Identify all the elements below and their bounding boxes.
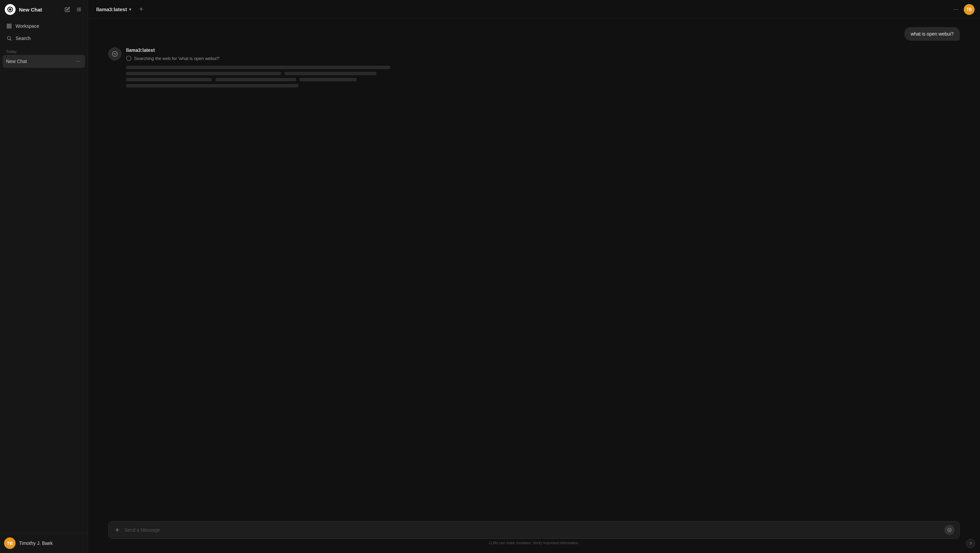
assistant-avatar — [108, 48, 121, 60]
topbar: llama3:latest ▾ + ··· TB — [88, 0, 980, 19]
skeleton-line-6 — [299, 78, 357, 81]
input-bar — [108, 521, 960, 539]
user-avatar: TB — [4, 537, 16, 549]
skeleton-row-1 — [126, 72, 413, 75]
sidebar-title: New Chat — [19, 7, 60, 13]
skeleton-line-7 — [126, 84, 298, 88]
user-name: Timothy J. Baek — [19, 540, 53, 546]
model-selector-button[interactable]: llama3:latest ▾ — [94, 5, 134, 14]
topbar-right: ··· TB — [951, 4, 975, 15]
searching-status: Searching the web for 'what is open webu… — [126, 56, 413, 61]
sidebar-item-workspace[interactable]: Workspace — [3, 20, 85, 32]
today-section-label: Today — [0, 46, 88, 55]
send-button[interactable] — [945, 525, 955, 535]
svg-line-10 — [10, 39, 11, 41]
model-name: llama3:latest — [96, 6, 127, 12]
svg-rect-5 — [7, 24, 9, 26]
add-tab-button[interactable]: + — [137, 5, 146, 14]
more-options-button[interactable]: ··· — [951, 5, 960, 14]
workspace-label: Workspace — [16, 23, 39, 29]
skeleton-line-1 — [126, 66, 390, 69]
skeleton-line-4 — [126, 78, 212, 81]
skeleton-line-3 — [285, 72, 376, 75]
topbar-user-avatar[interactable]: TB — [964, 4, 975, 15]
disclaimer: LLMs can make mistakes. Verify important… — [108, 541, 960, 545]
assistant-body: llama3:latest Searching the web for 'wha… — [126, 48, 413, 88]
svg-point-1 — [9, 8, 11, 11]
main-content: llama3:latest ▾ + ··· TB what is open we… — [88, 0, 980, 553]
skeleton-line-2 — [126, 72, 281, 75]
app-logo — [5, 4, 16, 15]
chat-list-item[interactable]: New Chat ··· — [3, 55, 85, 68]
search-label: Search — [16, 35, 30, 41]
sidebar-nav: Workspace Search — [0, 19, 88, 46]
sidebar-header: New Chat — [0, 0, 88, 19]
chat-item-menu-button[interactable]: ··· — [75, 57, 82, 65]
help-button[interactable]: ? — [966, 539, 975, 548]
workspace-icon — [6, 23, 12, 29]
chat-area: what is open webui? llama3:latest Search… — [88, 19, 980, 517]
svg-rect-7 — [7, 26, 9, 28]
loading-spinner — [126, 56, 131, 61]
svg-rect-6 — [10, 24, 11, 26]
user-message: what is open webui? — [904, 27, 960, 41]
chevron-down-icon: ▾ — [129, 7, 131, 12]
message-input[interactable] — [124, 527, 941, 533]
new-chat-icon-button[interactable] — [64, 5, 72, 14]
skeleton-line-5 — [215, 78, 296, 81]
sidebar: New Chat Work — [0, 0, 88, 553]
skeleton-loading — [126, 66, 413, 88]
assistant-message: llama3:latest Searching the web for 'wha… — [108, 48, 413, 88]
searching-text: Searching the web for 'what is open webu… — [134, 56, 220, 61]
svg-point-9 — [8, 37, 11, 40]
search-icon — [6, 35, 12, 41]
svg-rect-8 — [10, 26, 11, 28]
assistant-name: llama3:latest — [126, 48, 413, 53]
sidebar-item-search[interactable]: Search — [3, 32, 85, 44]
skeleton-row-2 — [126, 78, 413, 81]
input-area: LLMs can make mistakes. Verify important… — [88, 517, 980, 553]
sidebar-menu-button[interactable] — [75, 5, 83, 14]
attach-button[interactable] — [113, 526, 121, 534]
sidebar-footer: TB Timothy J. Baek — [0, 533, 88, 553]
chat-item-label: New Chat — [6, 59, 75, 64]
